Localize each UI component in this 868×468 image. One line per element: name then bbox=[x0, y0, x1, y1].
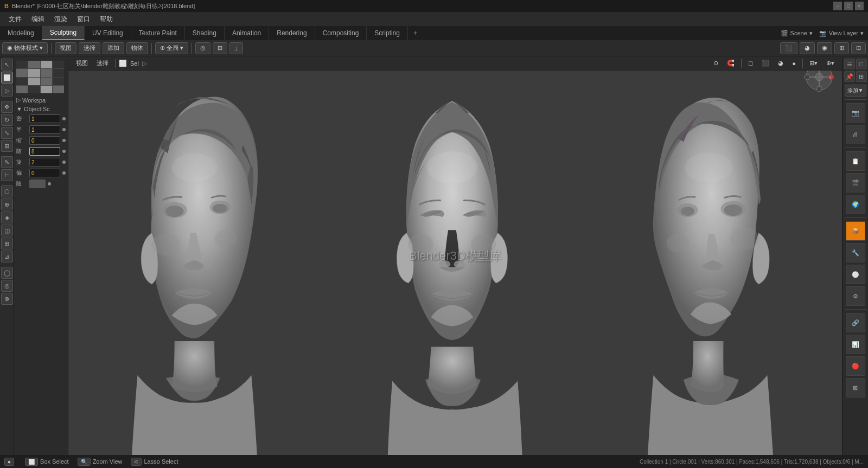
head-left bbox=[68, 56, 326, 455]
tab-shading[interactable]: Shading bbox=[185, 26, 225, 40]
object-menu[interactable]: 物体 bbox=[126, 42, 148, 54]
random-swatch[interactable] bbox=[29, 179, 46, 188]
data-properties-icon[interactable]: 📊 bbox=[846, 335, 865, 354]
global-mode[interactable]: ⊕ 全局 ▾ bbox=[155, 42, 188, 54]
half-input[interactable] bbox=[29, 125, 60, 134]
menu-file[interactable]: 文件 bbox=[4, 14, 26, 25]
select-tool[interactable]: ⬜ bbox=[1, 72, 13, 84]
vp-gizmo[interactable]: ⊕▾ bbox=[823, 58, 838, 69]
workspace-header[interactable]: ▷ Workspa bbox=[16, 95, 66, 105]
tab-sculpting[interactable]: Sculpting bbox=[42, 26, 85, 40]
rotate-input[interactable] bbox=[29, 158, 60, 166]
density-input[interactable] bbox=[29, 114, 60, 123]
inset-tool[interactable]: ◈ bbox=[1, 211, 13, 223]
cursor-tool[interactable]: ↖ bbox=[1, 59, 13, 70]
expand-panel-icon[interactable]: ⊞ bbox=[856, 71, 867, 82]
constraints-properties-icon[interactable]: 🔗 bbox=[846, 313, 865, 332]
view-menu[interactable]: 视图 bbox=[55, 42, 76, 54]
scale-tool[interactable]: ⤡ bbox=[1, 127, 13, 139]
particles-properties-icon[interactable]: ⚪ bbox=[846, 265, 865, 284]
bevel-tool[interactable]: ◫ bbox=[1, 225, 13, 236]
view-layer-properties-icon[interactable]: 📋 bbox=[846, 151, 865, 171]
add-workspace-button[interactable]: + bbox=[408, 26, 423, 40]
transform-pivot[interactable]: ⟂ bbox=[229, 42, 243, 54]
vp-sep-1 bbox=[115, 59, 116, 68]
tab-scripting[interactable]: Scripting bbox=[367, 26, 408, 40]
output-properties-icon[interactable]: 🖨 bbox=[846, 125, 865, 144]
rotate-row: 旋 bbox=[16, 157, 66, 168]
maximize-button[interactable]: □ bbox=[844, 2, 853, 10]
expand-icon[interactable]: ▷ bbox=[1, 85, 13, 97]
shrink-flatten-tool[interactable]: ◎ bbox=[1, 280, 13, 292]
random-input-1[interactable] bbox=[29, 147, 60, 156]
world-properties-icon[interactable]: 🌍 bbox=[846, 195, 865, 214]
offset-input[interactable] bbox=[29, 169, 60, 177]
rotate-tool[interactable]: ↻ bbox=[1, 114, 13, 126]
mode-icon: ◉ bbox=[7, 44, 12, 52]
vp-overlay[interactable]: ⊞▾ bbox=[806, 58, 821, 69]
svg-point-20 bbox=[666, 234, 689, 253]
menu-help[interactable]: 帮助 bbox=[95, 14, 117, 25]
menu-edit[interactable]: 编辑 bbox=[27, 14, 49, 25]
vp-shading-solid[interactable]: ⬛ bbox=[758, 58, 773, 69]
sidebar-menu-btn[interactable]: ☰ bbox=[844, 59, 855, 69]
tab-uv-editing[interactable]: UV Editing bbox=[85, 26, 131, 40]
svg-point-8 bbox=[171, 153, 217, 182]
vp-shading-render[interactable]: ● bbox=[789, 58, 799, 69]
loop-cut-tool[interactable]: ⊞ bbox=[1, 238, 13, 249]
xray-toggle[interactable]: ⊡ bbox=[851, 42, 866, 54]
sidebar-pin-btn[interactable]: □ bbox=[856, 59, 867, 69]
mode-selector[interactable]: ◉ 物体模式 ▾ bbox=[2, 42, 48, 54]
knife-tool[interactable]: ⊿ bbox=[1, 251, 13, 262]
overlay-toggle[interactable]: ⊞ bbox=[834, 42, 849, 54]
tab-rendering[interactable]: Rendering bbox=[269, 26, 315, 40]
vp-shading-wire[interactable]: ◻ bbox=[745, 58, 756, 69]
add-cube-tool[interactable]: ⬡ bbox=[1, 185, 13, 197]
vp-expand-icon[interactable]: ▷ bbox=[142, 60, 147, 67]
view-layer-label[interactable]: View Layer bbox=[829, 30, 858, 36]
menu-render[interactable]: 渲染 bbox=[50, 14, 72, 25]
density-dot bbox=[62, 117, 66, 120]
physics-properties-icon[interactable]: ⚙ bbox=[846, 286, 865, 306]
scale-input[interactable] bbox=[29, 136, 60, 145]
object-header[interactable]: ▼ Object:Sc bbox=[16, 105, 66, 113]
viewport-shading-rendered[interactable]: ◉ bbox=[817, 42, 832, 54]
scene-label[interactable]: Scene bbox=[790, 30, 807, 36]
add-properties-button[interactable]: 添加▼ bbox=[845, 85, 866, 97]
shading-properties-icon[interactable]: ⊠ bbox=[846, 378, 865, 398]
3d-viewport[interactable]: Blender3D模型库 Z X bbox=[68, 56, 842, 455]
proportional-edit[interactable]: ◎ bbox=[195, 42, 210, 54]
vp-shading-material[interactable]: ◕ bbox=[775, 58, 787, 69]
viewport-shading-material[interactable]: ◕ bbox=[800, 42, 815, 54]
extrude-tool[interactable]: ⊕ bbox=[1, 198, 13, 210]
grab-tool[interactable]: ✥ bbox=[1, 101, 13, 113]
vp-view-menu[interactable]: 视图 bbox=[73, 58, 91, 69]
scene-properties-icon[interactable]: 🎬 bbox=[846, 173, 865, 193]
material-properties-icon[interactable]: 🔴 bbox=[846, 356, 865, 376]
smooth-tool[interactable]: ◯ bbox=[1, 267, 13, 279]
viewport-shading-solid[interactable]: ⬛ bbox=[780, 42, 797, 54]
add-menu[interactable]: 添加 bbox=[103, 42, 124, 54]
render-properties-icon[interactable]: 📷 bbox=[846, 103, 865, 123]
vp-select-menu[interactable]: 选择 bbox=[93, 58, 112, 69]
select-menu[interactable]: 选择 bbox=[79, 42, 100, 54]
push-pull-tool[interactable]: ⊚ bbox=[1, 293, 13, 305]
pin-icon[interactable]: 📌 bbox=[844, 71, 855, 82]
close-button[interactable]: × bbox=[855, 2, 864, 10]
snap-toggle[interactable]: ⊞ bbox=[213, 42, 227, 54]
annotate-tool[interactable]: ✎ bbox=[1, 156, 13, 168]
measure-tool[interactable]: ⊢ bbox=[1, 169, 13, 181]
transform-tool[interactable]: ⊞ bbox=[1, 140, 13, 152]
window-controls[interactable]: − □ × bbox=[833, 2, 864, 10]
tab-compositing[interactable]: Compositing bbox=[315, 26, 367, 40]
menu-window[interactable]: 窗口 bbox=[73, 14, 94, 25]
modifier-properties-icon[interactable]: 🔧 bbox=[846, 243, 865, 262]
tab-modeling[interactable]: Modeling bbox=[0, 26, 42, 40]
tab-texture-paint[interactable]: Texture Paint bbox=[131, 26, 185, 40]
tab-animation[interactable]: Animation bbox=[225, 26, 269, 40]
vp-snap[interactable]: 🧲 bbox=[724, 58, 738, 69]
minimize-button[interactable]: − bbox=[833, 2, 842, 10]
vp-proportional[interactable]: ⊙ bbox=[710, 58, 722, 69]
object-properties-icon[interactable]: 📦 bbox=[846, 221, 865, 241]
random-dot-1 bbox=[62, 150, 66, 153]
